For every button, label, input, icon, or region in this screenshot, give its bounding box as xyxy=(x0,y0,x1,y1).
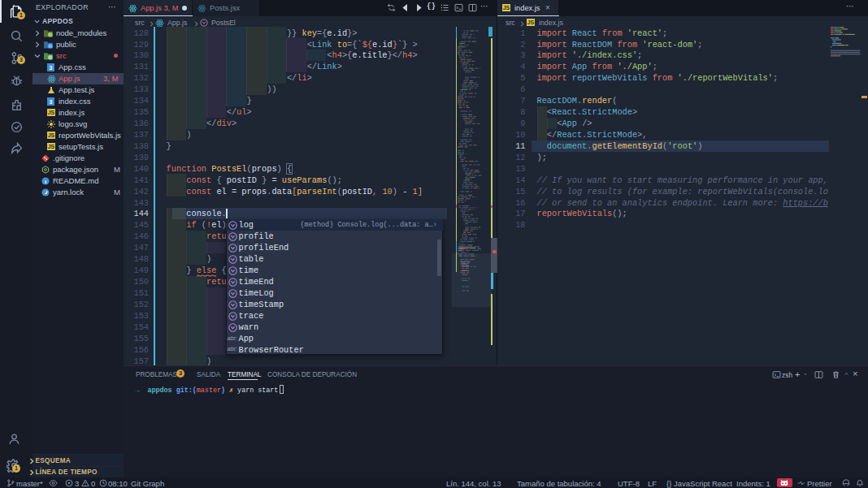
svg-text:i: i xyxy=(45,179,46,185)
